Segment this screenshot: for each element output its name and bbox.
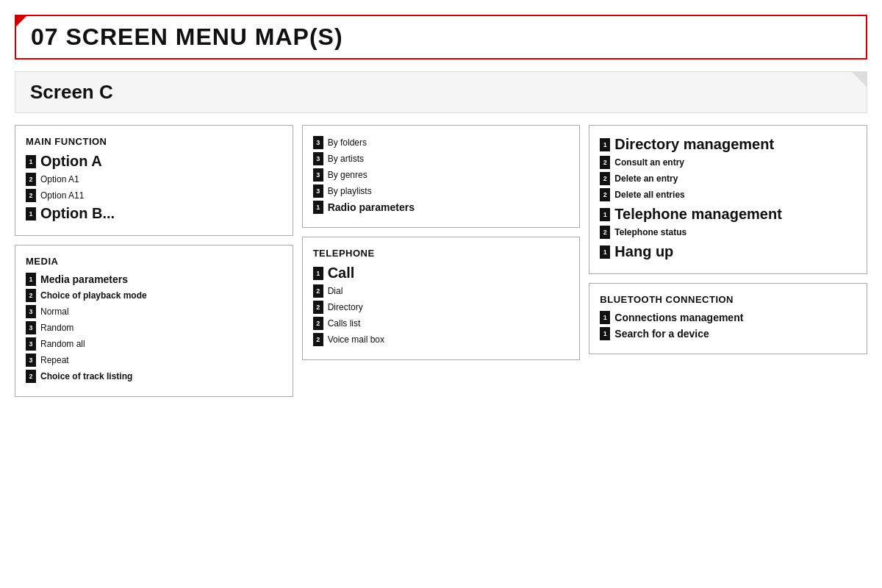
item-label: Delete an entry xyxy=(614,173,678,184)
badge: 2 xyxy=(600,188,610,201)
bluetooth-box: BLUETOOTH CONNECTION 1 Connections manag… xyxy=(589,283,867,354)
item-label: Media parameters xyxy=(40,273,128,285)
list-item: 3 By artists xyxy=(313,152,570,165)
badge: 3 xyxy=(26,337,36,351)
item-label: By folders xyxy=(328,137,367,148)
list-item: 2 Choice of track listing xyxy=(26,370,282,383)
list-item: 1 Media parameters xyxy=(26,273,282,286)
badge: 2 xyxy=(600,172,610,185)
item-label: Telephone status xyxy=(614,227,686,237)
directory-box: 1 Directory management 2 Consult an entr… xyxy=(589,125,867,274)
badge: 2 xyxy=(26,189,36,202)
list-item: 3 Random all xyxy=(26,337,282,351)
item-label: Option B... xyxy=(40,205,115,222)
badge: 2 xyxy=(313,317,323,330)
telephone-heading: TELEPHONE xyxy=(313,248,570,259)
list-item: 3 By genres xyxy=(313,168,570,182)
main-function-box: MAIN FUNCTION 1 Option A 2 Option A1 2 O… xyxy=(15,125,293,236)
list-item: 3 By playlists xyxy=(313,184,570,198)
badge: 1 xyxy=(600,138,610,151)
badge: 1 xyxy=(600,245,610,259)
list-item: 3 By folders xyxy=(313,136,570,149)
item-label: Option A1 xyxy=(40,174,79,184)
badge: 1 xyxy=(313,267,323,280)
item-label: Delete all entries xyxy=(614,190,684,200)
main-content: MAIN FUNCTION 1 Option A 2 Option A1 2 O… xyxy=(15,125,867,397)
telephone-box: TELEPHONE 1 Call 2 Dial 2 Directory 2 Ca… xyxy=(302,237,581,360)
badge: 3 xyxy=(26,354,36,367)
list-item: 3 Normal xyxy=(26,305,282,318)
item-label: Choice of track listing xyxy=(40,371,132,381)
item-label: Call xyxy=(328,265,355,282)
list-item: 1 Option A xyxy=(26,153,282,170)
item-label: Option A11 xyxy=(40,190,84,201)
item-label: Random all xyxy=(40,339,85,349)
list-item: 2 Directory xyxy=(313,301,570,314)
item-label: Directory management xyxy=(614,136,774,153)
main-function-heading: MAIN FUNCTION xyxy=(26,136,282,147)
badge: 1 xyxy=(313,201,323,214)
list-item: 3 Random xyxy=(26,321,282,334)
item-label: Hang up xyxy=(614,243,673,260)
list-item: 1 Option B... xyxy=(26,205,282,222)
folders-box: 3 By folders 3 By artists 3 By genres 3 … xyxy=(302,125,581,228)
badge: 3 xyxy=(313,184,323,198)
list-item: 1 Hang up xyxy=(600,243,856,260)
item-label: Voice mail box xyxy=(328,334,384,345)
badge: 3 xyxy=(313,152,323,165)
list-item: 2 Option A1 xyxy=(26,173,282,186)
badge: 1 xyxy=(26,273,36,286)
list-item: 1 Radio parameters xyxy=(313,201,570,214)
item-label: By playlists xyxy=(328,186,372,196)
list-item: 1 Directory management xyxy=(600,136,856,153)
screen-label: Screen C xyxy=(30,81,113,103)
badge: 2 xyxy=(600,226,610,239)
list-item: 2 Choice of playback mode xyxy=(26,289,282,302)
item-label: Connections management xyxy=(614,312,743,323)
list-item: 2 Calls list xyxy=(313,317,570,330)
badge: 3 xyxy=(313,168,323,182)
media-heading: MEDIA xyxy=(26,256,282,267)
list-item: 2 Option A11 xyxy=(26,189,282,202)
item-label: Consult an entry xyxy=(614,157,684,168)
badge: 1 xyxy=(26,207,36,220)
list-item: 1 Search for a device xyxy=(600,327,856,340)
list-item: 2 Dial xyxy=(313,284,570,298)
badge: 3 xyxy=(26,305,36,318)
item-label: Radio parameters xyxy=(328,201,415,213)
item-label: Telephone management xyxy=(614,206,781,223)
badge: 2 xyxy=(26,173,36,186)
column-3: 1 Directory management 2 Consult an entr… xyxy=(589,125,867,354)
column-2: 3 By folders 3 By artists 3 By genres 3 … xyxy=(302,125,581,360)
item-label: Random xyxy=(40,323,74,333)
badge: 2 xyxy=(313,301,323,314)
page-header: 07 SCREEN MENU MAP(S) xyxy=(15,15,867,60)
page-title: 07 SCREEN MENU MAP(S) xyxy=(31,24,343,50)
badge: 3 xyxy=(26,321,36,334)
item-label: Choice of playback mode xyxy=(40,290,147,301)
item-label: Directory xyxy=(328,302,363,312)
item-label: By artists xyxy=(328,154,364,164)
column-1: MAIN FUNCTION 1 Option A 2 Option A1 2 O… xyxy=(15,125,293,397)
list-item: 2 Delete an entry xyxy=(600,172,856,185)
item-label: Normal xyxy=(40,306,69,317)
list-item: 2 Consult an entry xyxy=(600,156,856,169)
media-box: MEDIA 1 Media parameters 2 Choice of pla… xyxy=(15,245,293,397)
list-item: 2 Delete all entries xyxy=(600,188,856,201)
list-item: 1 Telephone management xyxy=(600,206,856,223)
item-label: Dial xyxy=(328,286,343,296)
badge: 3 xyxy=(313,136,323,149)
item-label: By genres xyxy=(328,170,368,180)
badge: 2 xyxy=(600,156,610,169)
badge: 1 xyxy=(600,327,610,340)
badge: 1 xyxy=(26,155,36,168)
badge: 1 xyxy=(600,208,610,221)
list-item: 2 Telephone status xyxy=(600,226,856,239)
badge: 2 xyxy=(313,284,323,298)
list-item: 2 Voice mail box xyxy=(313,333,570,346)
list-item: 1 Connections management xyxy=(600,311,856,324)
list-item: 1 Call xyxy=(313,265,570,282)
item-label: Calls list xyxy=(328,318,361,329)
screen-label-box: Screen C xyxy=(15,71,867,113)
bluetooth-heading: BLUETOOTH CONNECTION xyxy=(600,294,856,305)
